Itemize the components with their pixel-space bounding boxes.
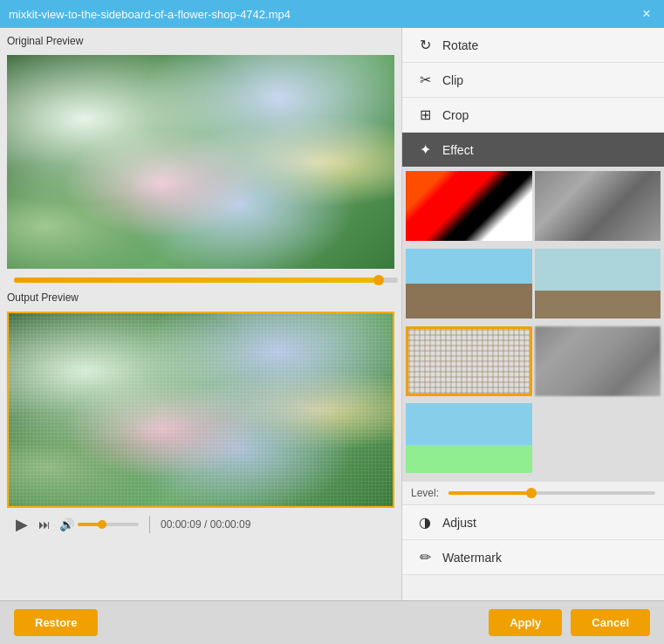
current-time: 00:00:09 <box>161 518 202 531</box>
total-time: 00:00:09 <box>210 518 251 531</box>
timeline-thumb[interactable] <box>373 275 384 285</box>
effect-thumb-person3[interactable] <box>406 403 532 473</box>
effect-thumb-stitch[interactable] <box>406 326 532 396</box>
volume-thumb[interactable] <box>98 520 106 529</box>
rotate-label: Rotate <box>442 38 478 52</box>
menu-item-effect[interactable]: ✦ Effect <box>402 133 664 168</box>
main-content: Original Preview Output Preview ▶ ⏭ 🔊 <box>0 28 664 600</box>
bottom-menu: ◑ Adjust ✏ Watermark <box>402 504 664 575</box>
output-preview-image <box>9 313 393 506</box>
bottom-bar: Restore Apply Cancel <box>0 600 664 644</box>
adjust-icon: ◑ <box>416 514 434 531</box>
divider <box>149 516 150 533</box>
time-separator: / <box>204 518 210 531</box>
timeline-fill <box>14 277 379 283</box>
level-slider[interactable] <box>448 491 655 495</box>
effect-thumb-neon[interactable] <box>406 171 532 241</box>
step-forward-button[interactable]: ⏭ <box>37 516 52 533</box>
level-row: Level: <box>402 482 664 504</box>
volume-icon: 🔊 <box>59 517 74 531</box>
effect-thumb-person2[interactable] <box>535 249 661 319</box>
clip-icon: ✂ <box>416 72 434 88</box>
restore-button[interactable]: Restore <box>14 609 98 636</box>
clip-label: Clip <box>442 73 463 87</box>
output-preview-label: Output Preview <box>7 291 394 304</box>
effect-thumb-blur[interactable] <box>535 326 661 396</box>
crop-label: Crop <box>442 108 469 122</box>
effect-thumb-person1[interactable] <box>406 249 532 319</box>
timeline-bar[interactable] <box>14 277 398 283</box>
close-button[interactable]: × <box>638 5 655 23</box>
menu-item-rotate[interactable]: ↻ Rotate <box>402 28 664 63</box>
effect-thumb-sketch[interactable] <box>535 171 661 241</box>
window-title: mixkit-view-to-the-sideboard-of-a-flower… <box>9 8 291 21</box>
level-label: Level: <box>411 487 442 499</box>
right-panel: ↻ Rotate ✂ Clip ⊞ Crop ✦ Effect Level: <box>401 28 664 600</box>
crop-icon: ⊞ <box>416 106 434 123</box>
volume-slider[interactable] <box>78 523 139 526</box>
volume-section: 🔊 <box>59 517 139 531</box>
effect-icon: ✦ <box>416 141 434 158</box>
level-thumb[interactable] <box>526 488 537 498</box>
original-preview <box>7 55 394 269</box>
level-fill <box>448 491 531 495</box>
playback-controls: ▶ ⏭ 🔊 00:00:09 / 00:00:09 <box>7 513 394 536</box>
original-preview-image <box>7 55 394 269</box>
menu-item-adjust[interactable]: ◑ Adjust <box>402 505 664 540</box>
action-buttons: Apply Cancel <box>489 609 650 636</box>
left-panel: Original Preview Output Preview ▶ ⏭ 🔊 <box>0 28 401 600</box>
effect-grid <box>402 168 664 482</box>
effect-label: Effect <box>442 143 474 157</box>
menu-item-clip[interactable]: ✂ Clip <box>402 63 664 98</box>
title-bar: mixkit-view-to-the-sideboard-of-a-flower… <box>0 0 664 28</box>
adjust-label: Adjust <box>442 516 476 530</box>
watermark-icon: ✏ <box>416 549 434 565</box>
apply-button[interactable]: Apply <box>489 609 562 636</box>
menu-item-crop[interactable]: ⊞ Crop <box>402 98 664 133</box>
play-button[interactable]: ▶ <box>14 513 30 536</box>
original-preview-label: Original Preview <box>7 35 394 47</box>
output-preview <box>7 312 394 508</box>
cancel-button[interactable]: Cancel <box>571 609 650 636</box>
rotate-icon: ↻ <box>416 37 434 53</box>
time-display: 00:00:09 / 00:00:09 <box>161 518 250 531</box>
watermark-label: Watermark <box>442 551 502 565</box>
menu-item-watermark[interactable]: ✏ Watermark <box>402 540 664 575</box>
